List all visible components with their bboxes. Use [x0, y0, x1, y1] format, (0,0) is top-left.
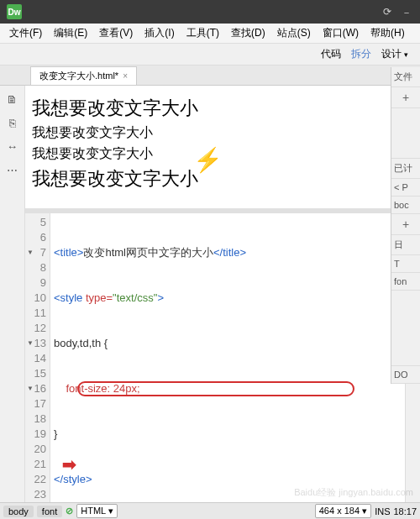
panel-row[interactable]: 日: [391, 235, 420, 255]
view-split[interactable]: 拆分: [351, 47, 371, 61]
menu-find[interactable]: 查找(D): [225, 26, 271, 40]
sync-icon[interactable]: ⟳: [383, 6, 395, 18]
line-gutter: 5 6 7 8 9 10 11 12 13 14 15 16 17 18 19 …: [25, 213, 50, 502]
check-icon[interactable]: ⊘: [66, 506, 73, 516]
right-panels: 文件 + 已计 < P boc + 日 T fon DO: [391, 67, 420, 384]
breadcrumb-body[interactable]: body: [3, 506, 34, 517]
panel-row[interactable]: < P: [391, 179, 420, 197]
expand-icon[interactable]: ↔: [6, 139, 19, 153]
panel-row[interactable]: T: [391, 255, 420, 273]
preview-pane: 我想要改变文字大小 我想要改变文字大小 我想要改变文字大小 我想要改变文字大小 …: [25, 86, 405, 213]
language-select[interactable]: HTML ▾: [76, 504, 118, 518]
menu-window[interactable]: 窗口(W): [317, 26, 365, 40]
new-doc-icon[interactable]: 🗎: [6, 92, 19, 106]
dimensions-select[interactable]: 464 x 184 ▾: [315, 504, 371, 518]
menubar: 文件(F) 编辑(E) 查看(V) 插入(I) 工具(T) 查找(D) 站点(S…: [0, 24, 420, 44]
minimize-icon[interactable]: －: [402, 6, 413, 18]
add-icon[interactable]: +: [391, 214, 420, 235]
add-panel-icon[interactable]: +: [391, 87, 420, 108]
menu-view[interactable]: 查看(V): [93, 26, 139, 40]
left-toolbar: 🗎 ⎘ ↔ ⋯: [0, 86, 25, 502]
viewbar: 代码 拆分 设计: [0, 44, 420, 66]
panel-row[interactable]: boc: [391, 197, 420, 214]
preview-line-2: 我想要改变文字大小: [32, 124, 398, 142]
panel-row[interactable]: fon: [391, 273, 420, 291]
breadcrumb-font[interactable]: font: [37, 506, 62, 517]
files-panel-label[interactable]: 文件: [391, 67, 420, 87]
code-pane[interactable]: 5 6 7 8 9 10 11 12 13 14 15 16 17 18 19 …: [25, 213, 405, 502]
tabbar: 改变文字大小.html* ×: [0, 66, 420, 86]
menu-help[interactable]: 帮助(H): [365, 26, 411, 40]
view-code[interactable]: 代码: [321, 47, 341, 61]
menu-file[interactable]: 文件(F): [3, 26, 48, 40]
app-logo: Dw: [7, 4, 22, 19]
copy-icon[interactable]: ⎘: [6, 116, 19, 129]
document-tab[interactable]: 改变文字大小.html* ×: [30, 66, 137, 85]
cursor-position: 18:17: [393, 506, 417, 516]
menu-tools[interactable]: 工具(T): [181, 26, 225, 40]
view-design[interactable]: 设计: [381, 47, 408, 61]
menu-site[interactable]: 站点(S): [271, 26, 317, 40]
panel-row[interactable]: DO: [391, 366, 420, 384]
menu-edit[interactable]: 编辑(E): [48, 26, 93, 40]
red-arrow-icon: ➡: [62, 457, 76, 472]
statusbar: body font ⊘ HTML ▾ 464 x 184 ▾ INS 18:17: [0, 502, 420, 519]
preview-line-1: 我想要改变文字大小: [32, 96, 398, 121]
tab-title: 改变文字大小.html*: [39, 70, 118, 82]
menu-insert[interactable]: 插入(I): [139, 26, 180, 40]
more-icon[interactable]: ⋯: [6, 163, 19, 176]
lightning-icon: ⚡: [193, 146, 223, 174]
close-icon[interactable]: ×: [123, 71, 128, 81]
section-label: 已计: [391, 159, 420, 179]
insert-mode[interactable]: INS: [375, 506, 390, 516]
code-body[interactable]: <title>改变html网页中文字的大小</title> <style typ…: [50, 213, 405, 502]
